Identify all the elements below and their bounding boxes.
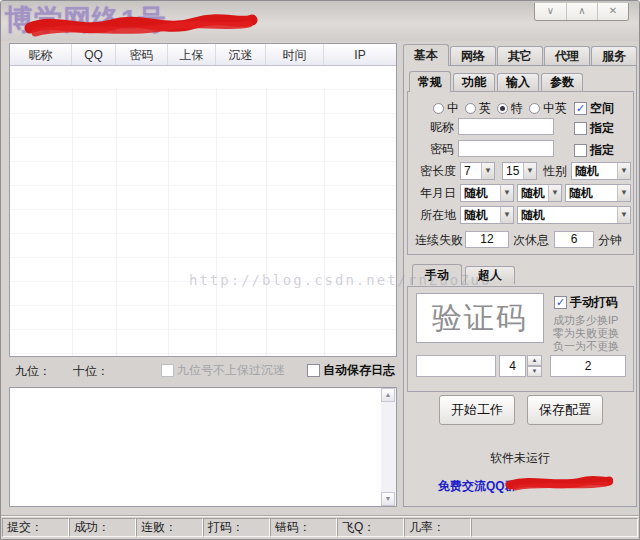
tab-params[interactable]: 参数 [541,73,583,91]
tab-input[interactable]: 输入 [497,73,539,91]
spin-down-icon[interactable]: ▼ [527,366,542,377]
spin-up-icon[interactable]: ▲ [527,355,542,366]
radio-english-label: 英 [479,100,491,117]
nine-digit-label: 九位： [15,363,51,380]
dropdown-arrow-icon[interactable]: ▼ [500,185,513,201]
tab-function[interactable]: 功能 [453,73,495,91]
ip-hint-line3: 负一为不更换 [553,340,619,353]
tab-network[interactable]: 网络 [450,46,496,65]
ip-hint-line2: 零为失败更换 [553,327,619,340]
password-assign-checkbox[interactable]: 指定 [574,142,614,159]
radio-mixed[interactable]: 中英 [529,100,567,117]
fail-streak-label: 连续失败 [415,231,463,249]
radio-icon [529,103,540,114]
column-divider [72,88,73,356]
column-divider [116,88,117,356]
tab-proxy[interactable]: 代理 [544,46,590,65]
account-table-header: 昵称 QQ 密码 上保 沉迷 时间 IP [10,44,396,66]
password-assign-label: 指定 [590,142,614,159]
password-length-label: 密长度 [420,162,456,180]
location-city-value: 随机 [518,207,617,223]
close-button[interactable]: ✕ [597,3,628,20]
status-bar: 提交： 成功： 连败： 打码： 错码： 飞Q： 几率： [1,515,639,537]
column-header-time[interactable]: 时间 [266,44,324,65]
redaction-scribble-qq-group [505,472,613,494]
tab-service[interactable]: 服务 [591,46,637,65]
column-header-protect[interactable]: 上保 [168,44,216,65]
nickname-assign-label: 指定 [590,120,614,137]
nine-digit-checkbox[interactable]: 九位号不上保过沉迷 [161,362,285,379]
tab-manual[interactable]: 手动 [412,264,462,285]
main-tab-bar: 基本 网络 其它 代理 服务 [403,44,637,65]
nickname-input[interactable] [458,118,554,135]
dropdown-arrow-icon[interactable]: ▼ [617,185,630,201]
column-divider [168,88,169,356]
dropdown-arrow-icon[interactable]: ▼ [481,163,494,179]
radio-chinese-label: 中 [447,100,459,117]
account-table-body[interactable] [10,66,396,356]
gender-select[interactable]: 随机 ▼ [571,162,631,180]
column-header-password[interactable]: 密码 [116,44,168,65]
dropdown-arrow-icon[interactable]: ▼ [548,185,561,201]
log-scrollbar[interactable]: ▲ ▼ [381,388,396,506]
birth-year-select[interactable]: 随机 ▼ [460,184,514,202]
dropdown-arrow-icon[interactable]: ▼ [523,163,536,179]
radio-english[interactable]: 英 [465,100,491,117]
password-label: 密码 [430,140,454,158]
birth-year-value: 随机 [461,185,500,201]
log-panel[interactable]: ▲ ▼ [9,387,397,507]
password-min-select[interactable]: 7 ▼ [460,162,495,180]
column-header-qq[interactable]: QQ [72,44,116,65]
window-controls: ∨ ∧ ✕ [534,3,629,21]
dropdown-arrow-icon[interactable]: ▼ [617,163,630,179]
checkbox-box-icon [574,144,587,157]
autosave-log-checkbox[interactable]: 自动保存日志 [307,362,395,379]
dropdown-arrow-icon[interactable]: ▼ [617,207,630,223]
ten-digit-label: 十位： [73,363,109,380]
scroll-down-icon[interactable]: ▼ [381,492,395,506]
birth-month-select[interactable]: 随机 ▼ [517,184,562,202]
birth-day-select[interactable]: 随机 ▼ [565,184,631,202]
radio-special[interactable]: 特 [497,100,523,117]
digit-options-row: 九位： 十位： 九位号不上保过沉迷 自动保存日志 [9,360,397,380]
radio-icon [465,103,476,114]
dropdown-arrow-icon[interactable]: ▼ [500,207,513,223]
tab-other[interactable]: 其它 [497,46,543,65]
status-fly-q: 飞Q： [337,518,404,537]
location-city-select[interactable]: 随机 ▼ [517,206,631,224]
fail-count-input[interactable]: 12 [465,231,509,248]
nickname-assign-checkbox[interactable]: 指定 [574,120,614,137]
tab-super[interactable]: 超人 [465,266,515,284]
column-header-ip[interactable]: IP [324,44,396,65]
birthday-label: 年月日 [420,184,456,202]
manual-decode-checkbox[interactable]: ✓ 手动打码 [554,294,618,311]
password-min-value: 7 [461,163,481,179]
qq-group-link[interactable]: 免费交流QQ群 [438,478,517,495]
captcha-image[interactable]: 验证码 [416,293,544,343]
tab-general[interactable]: 常规 [409,71,451,92]
tab-basic[interactable]: 基本 [403,44,449,66]
basic-tab-page: 常规 功能 输入 参数 中 英 特 [403,65,637,507]
password-max-select[interactable]: 15 ▼ [502,162,537,180]
thread-count-input[interactable]: 4 [499,355,526,377]
captcha-answer-input[interactable] [416,355,496,377]
minimize-button[interactable]: ∧ [566,3,597,20]
location-province-select[interactable]: 随机 ▼ [460,206,514,224]
account-table[interactable]: 昵称 QQ 密码 上保 沉迷 时间 IP [9,43,397,357]
checkbox-check-icon: ✓ [554,296,567,309]
password-max-value: 15 [503,163,523,179]
ip-switch-input[interactable]: 2 [550,355,626,377]
rest-minutes-input[interactable]: 6 [554,231,594,248]
title-bar[interactable]: 博学网络1号 ∨ ∧ ✕ [1,1,639,41]
password-input[interactable] [458,140,554,157]
skin-menu-button[interactable]: ∨ [535,3,566,20]
qzone-checkbox[interactable]: ✓ 空间 [574,100,614,117]
radio-chinese[interactable]: 中 [433,100,459,117]
column-header-addiction[interactable]: 沉迷 [216,44,266,65]
birth-month-value: 随机 [518,185,548,201]
save-config-button[interactable]: 保存配置 [527,395,603,425]
start-work-button[interactable]: 开始工作 [439,395,515,425]
column-header-nickname[interactable]: 昵称 [10,44,72,65]
checkbox-check-icon: ✓ [574,102,587,115]
scroll-up-icon[interactable]: ▲ [381,388,395,402]
